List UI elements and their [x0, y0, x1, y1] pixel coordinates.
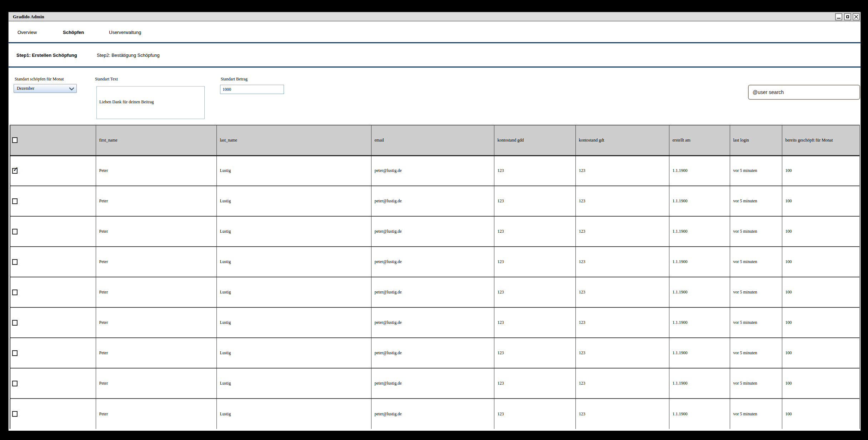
row-select-cell	[10, 399, 96, 429]
user-search-input[interactable]	[748, 85, 860, 100]
tab-userverwaltung[interactable]: Userverwaltung	[109, 21, 141, 43]
table-cell: 123	[494, 307, 575, 338]
row-checkbox[interactable]	[12, 411, 18, 417]
maximize-button[interactable]	[844, 13, 851, 20]
table-header-row: first_name last_name email kontostand gd…	[10, 125, 859, 155]
table-cell: 100	[782, 216, 859, 247]
row-checkbox[interactable]	[12, 168, 18, 174]
table-row: PeterLustigpeter@lustig.de1231231.1.1900…	[10, 155, 859, 186]
minimize-icon	[837, 18, 840, 19]
table-cell: vor 5 minuten	[730, 216, 782, 247]
table-cell: peter@lustig.de	[371, 338, 494, 368]
row-checkbox[interactable]	[12, 259, 18, 265]
row-checkbox[interactable]	[12, 198, 18, 204]
table-cell: vor 5 minuten	[730, 277, 782, 307]
standard-text-label: Standart Text	[95, 77, 118, 81]
month-select-value: Dezember	[17, 86, 34, 91]
tab-schoepfen[interactable]: Schöpfen	[63, 21, 84, 43]
table-cell: vor 5 minuten	[730, 338, 782, 368]
standard-text-value: Lieben Dank für deinen Beitrag	[99, 99, 154, 104]
table-cell: peter@lustig.de	[371, 307, 494, 338]
table-cell: Peter	[96, 368, 216, 399]
table-row: PeterLustigpeter@lustig.de1231231.1.1900…	[10, 277, 859, 307]
table-row: PeterLustigpeter@lustig.de1231231.1.1900…	[10, 186, 859, 216]
table-cell: peter@lustig.de	[371, 186, 494, 216]
table-cell: Lustig	[216, 368, 371, 399]
tab-step2-bestaetigung[interactable]: Step2: Bestätigung Schöpfung	[97, 43, 160, 68]
table-cell: 1.1.1900	[669, 247, 730, 277]
table-cell: Peter	[96, 307, 216, 338]
close-button[interactable]	[853, 13, 860, 20]
table-cell: Lustig	[216, 155, 371, 186]
select-all-checkbox[interactable]	[12, 137, 18, 143]
row-select-cell	[10, 368, 96, 399]
standard-text-textarea[interactable]: Lieben Dank für deinen Beitrag	[96, 86, 205, 119]
table-row: PeterLustigpeter@lustig.de1231231.1.1900…	[10, 399, 859, 429]
row-select-cell	[10, 338, 96, 368]
amount-label: Standart Betrag	[221, 77, 248, 81]
col-header-bereits-geschoepft: bereits geschöpft für Monat	[782, 125, 859, 155]
table-cell: peter@lustig.de	[371, 399, 494, 429]
table-cell: 1.1.1900	[669, 277, 730, 307]
table-row: PeterLustigpeter@lustig.de1231231.1.1900…	[10, 307, 859, 338]
row-select-cell	[10, 216, 96, 247]
tab-step1-erstellen[interactable]: Step1: Erstellen Schöpfung	[16, 43, 77, 68]
table-cell: 100	[782, 186, 859, 216]
row-select-cell	[10, 155, 96, 186]
table-cell: 100	[782, 247, 859, 277]
table-cell: 100	[782, 338, 859, 368]
table-cell: 123	[575, 247, 669, 277]
table-cell: peter@lustig.de	[371, 368, 494, 399]
user-table-wrap: first_name last_name email kontostand gd…	[10, 125, 859, 429]
user-table: first_name last_name email kontostand gd…	[10, 125, 860, 429]
table-cell: 123	[575, 307, 669, 338]
row-checkbox[interactable]	[12, 350, 18, 356]
table-cell: 100	[782, 307, 859, 338]
row-select-cell	[10, 277, 96, 307]
amount-input[interactable]	[220, 85, 284, 94]
step-nav: Step1: Erstellen Schöpfung Step2: Bestät…	[9, 43, 860, 68]
table-cell: Lustig	[216, 186, 371, 216]
table-cell: peter@lustig.de	[371, 155, 494, 186]
table-cell: 100	[782, 399, 859, 429]
table-cell: 123	[494, 216, 575, 247]
table-cell: Lustig	[216, 247, 371, 277]
app-window: Gradido Admin Overview Schöpfen Userverw…	[8, 12, 861, 431]
month-select-label: Standart schöpfen für Monat	[15, 77, 64, 81]
table-row: PeterLustigpeter@lustig.de1231231.1.1900…	[10, 338, 859, 368]
title-bar[interactable]: Gradido Admin	[9, 12, 860, 21]
col-header-kontostand-gdd: kontostand gdd	[494, 125, 575, 155]
col-header-erstellt-am: erstellt am	[669, 125, 730, 155]
table-cell: 1.1.1900	[669, 307, 730, 338]
table-cell: 123	[575, 399, 669, 429]
tab-overview[interactable]: Overview	[18, 21, 37, 43]
table-cell: 123	[575, 338, 669, 368]
minimize-button[interactable]	[835, 13, 842, 20]
table-cell: 123	[494, 399, 575, 429]
row-checkbox[interactable]	[12, 381, 18, 386]
table-cell: Peter	[96, 399, 216, 429]
table-cell: vor 5 minuten	[730, 155, 782, 186]
select-all-header-cell	[10, 125, 96, 155]
table-cell: peter@lustig.de	[371, 247, 494, 277]
table-cell: Lustig	[216, 277, 371, 307]
col-header-last-name: last_name	[216, 125, 371, 155]
creation-form: Standart schöpfen für Monat Dezember Sta…	[9, 68, 860, 125]
user-table-body: PeterLustigpeter@lustig.de1231231.1.1900…	[10, 155, 859, 429]
row-select-cell	[10, 247, 96, 277]
table-cell: 1.1.1900	[669, 368, 730, 399]
col-header-first-name: first_name	[96, 125, 216, 155]
table-cell: 123	[494, 368, 575, 399]
table-cell: 123	[494, 186, 575, 216]
month-select[interactable]: Dezember	[14, 84, 77, 93]
col-header-last-login: last login	[730, 125, 782, 155]
table-cell: 123	[494, 155, 575, 186]
table-cell: 123	[575, 368, 669, 399]
col-header-kontostand-gdt: kontostand gdt	[575, 125, 669, 155]
row-checkbox[interactable]	[12, 229, 18, 234]
table-row: PeterLustigpeter@lustig.de1231231.1.1900…	[10, 247, 859, 277]
table-cell: Lustig	[216, 399, 371, 429]
row-checkbox[interactable]	[12, 320, 18, 326]
row-checkbox[interactable]	[12, 290, 18, 295]
table-cell: 123	[494, 277, 575, 307]
